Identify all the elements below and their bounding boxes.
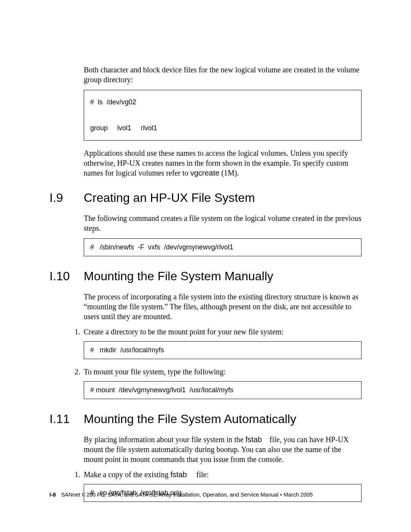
inline-code-fstab: fstab xyxy=(245,435,262,444)
text-run: (1M). xyxy=(220,169,239,177)
code-block-mkdir: # mkdir /usr/local/myfs xyxy=(84,341,362,359)
list-marker: 1. xyxy=(75,327,84,337)
section-title: Creating an HP-UX File System xyxy=(84,191,255,205)
code-block-mount: # mount /dev/vgmynewvg/lvol1 /usr/local/… xyxy=(84,381,362,399)
heading-i9: I.9 Creating an HP-UX File System xyxy=(49,191,362,205)
section-para: By placing information about your file s… xyxy=(49,435,362,464)
section-title: Mounting the File System Automatically xyxy=(84,412,296,426)
section-i11: I.11 Mounting the File System Automatica… xyxy=(49,412,362,502)
section-title: Mounting the File System Manually xyxy=(84,269,273,283)
intro-para-2: Applications should use these names to a… xyxy=(49,148,362,178)
section-para: The process of incorporating a file syst… xyxy=(49,292,362,321)
page-footer: I-8SANnet II 200 FC, SATA, and SATA SE A… xyxy=(49,492,313,498)
step-2: 2. To mount your file system, type the f… xyxy=(49,367,362,377)
text-run: file: xyxy=(194,470,209,479)
heading-i11: I.11 Mounting the File System Automatica… xyxy=(49,412,362,426)
section-number: I.11 xyxy=(49,412,84,426)
page-number: I-8 xyxy=(49,492,56,498)
section-i10: I.10 Mounting the File System Manually T… xyxy=(49,269,362,399)
list-marker: 2. xyxy=(75,367,84,377)
document-page: Both character and block device files fo… xyxy=(0,0,411,532)
section-i9: I.9 Creating an HP-UX File System The fo… xyxy=(49,191,362,256)
intro-para: Both character and block device files fo… xyxy=(49,65,362,85)
step-text: To mount your file system, type the foll… xyxy=(84,367,226,377)
step-text: Make a copy of the existing fstab file: xyxy=(84,470,209,479)
code-block-newfs: # /sbin/newfs -F vxfs /dev/vgmynewvg/rlv… xyxy=(84,238,362,256)
text-run: By placing information about your file s… xyxy=(84,435,245,444)
step-text: Create a directory to be the mount point… xyxy=(84,327,284,337)
text-run: Make a copy of the existing xyxy=(84,470,170,479)
footer-text: SANnet II 200 FC, SATA, and SATA SE Arra… xyxy=(61,492,313,498)
step-1: 1. Make a copy of the existing fstab fil… xyxy=(49,470,362,479)
step-1: 1. Create a directory to be the mount po… xyxy=(49,327,362,337)
inline-code-vgcreate: vgcreate xyxy=(190,169,220,177)
inline-code-fstab: fstab xyxy=(170,470,187,479)
section-number: I.9 xyxy=(49,191,84,205)
section-para: The following command creates a file sys… xyxy=(49,213,362,233)
code-block-ls: # ls /dev/vg02 group lvol1 rlvol1 xyxy=(84,90,362,141)
heading-i10: I.10 Mounting the File System Manually xyxy=(49,269,362,283)
section-number: I.10 xyxy=(49,269,84,283)
list-marker: 1. xyxy=(75,470,84,479)
